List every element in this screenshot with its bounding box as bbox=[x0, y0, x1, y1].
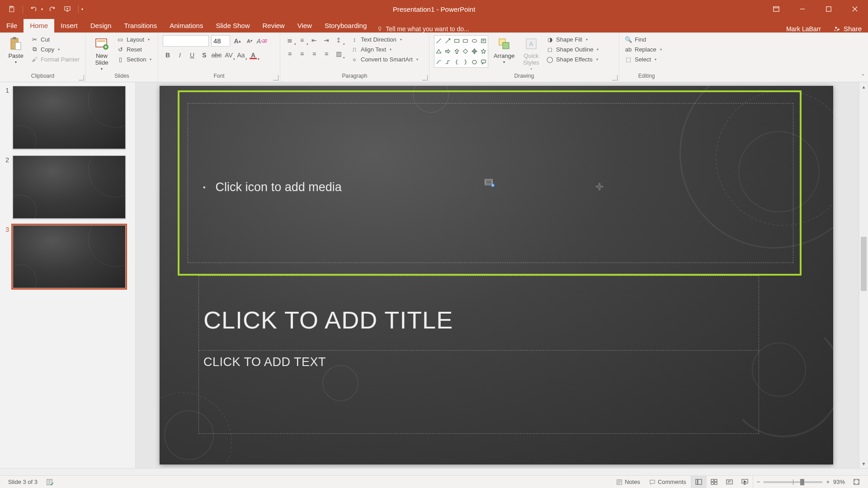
vertical-scrollbar[interactable]: ▲ ▼ bbox=[859, 82, 868, 468]
tab-review[interactable]: Review bbox=[256, 19, 291, 33]
drawing-launcher-icon[interactable] bbox=[612, 75, 618, 80]
insert-media-icon[interactable] bbox=[485, 179, 495, 187]
strikethrough-icon[interactable]: abc bbox=[212, 50, 222, 60]
normal-view-icon[interactable] bbox=[691, 476, 707, 488]
copy-button[interactable]: ⧉Copy▾ bbox=[30, 45, 80, 53]
share-button[interactable]: Share bbox=[827, 25, 868, 33]
align-text-button[interactable]: ⎍Align Text▾ bbox=[350, 45, 419, 53]
tab-home[interactable]: Home bbox=[24, 19, 54, 33]
format-painter-button[interactable]: 🖌Format Painter bbox=[30, 55, 80, 63]
convert-smartart-button[interactable]: ⟐Convert to SmartArt▾ bbox=[350, 55, 419, 63]
zoom-out-button[interactable]: − bbox=[757, 479, 760, 485]
zoom-slider[interactable] bbox=[764, 481, 822, 483]
qat-customize-icon[interactable]: ▾ bbox=[81, 7, 83, 11]
spell-check-icon[interactable] bbox=[42, 476, 58, 488]
arrange-button[interactable]: Arrange▾ bbox=[491, 35, 517, 65]
title-placeholder[interactable]: CLICK TO ADD TITLE CLICK TO ADD TEXT bbox=[198, 276, 759, 434]
shape-star-icon[interactable] bbox=[479, 46, 488, 56]
font-launcher-icon[interactable] bbox=[273, 75, 278, 80]
scroll-up-icon[interactable]: ▲ bbox=[859, 82, 868, 91]
shape-hex-icon[interactable] bbox=[470, 57, 479, 67]
sorter-view-icon[interactable] bbox=[707, 476, 722, 488]
line-spacing-icon[interactable]: ‡▾ bbox=[334, 35, 344, 45]
shape-oval-icon[interactable] bbox=[470, 36, 479, 46]
media-placeholder[interactable]: • Click icon to add media bbox=[178, 90, 802, 276]
shape-triangle-icon[interactable] bbox=[434, 46, 443, 56]
align-center-icon[interactable]: ≡ bbox=[297, 49, 307, 59]
change-case-icon[interactable]: Aa▾ bbox=[236, 50, 246, 60]
increase-font-icon[interactable]: A▴ bbox=[232, 36, 242, 46]
collapse-ribbon-icon[interactable]: ˄ bbox=[862, 74, 864, 80]
bullets-icon[interactable]: ≣▾ bbox=[285, 35, 295, 45]
char-spacing-icon[interactable]: AV▾ bbox=[224, 50, 234, 60]
slide-edit-area[interactable]: • Click icon to add media CLICK TO ADD T… bbox=[136, 82, 868, 468]
signed-in-user[interactable]: Mark LaBarr bbox=[780, 25, 827, 33]
align-right-icon[interactable]: ≡ bbox=[309, 49, 319, 59]
new-slide-button[interactable]: New Slide▾ bbox=[90, 35, 113, 72]
slide-canvas[interactable]: • Click icon to add media CLICK TO ADD T… bbox=[160, 86, 833, 465]
media-prompt-text[interactable]: Click icon to add media bbox=[216, 180, 342, 194]
shape-fill-button[interactable]: ◑Shape Fill▾ bbox=[545, 35, 599, 43]
slideshow-view-icon[interactable] bbox=[737, 476, 753, 488]
reset-button[interactable]: ↺Reset bbox=[116, 45, 152, 53]
font-size-input[interactable] bbox=[211, 35, 230, 47]
tab-design[interactable]: Design bbox=[84, 19, 118, 33]
fit-to-window-icon[interactable] bbox=[849, 476, 864, 488]
tab-transitions[interactable]: Transitions bbox=[118, 19, 163, 33]
save-icon[interactable] bbox=[5, 3, 18, 15]
zoom-slider-thumb[interactable] bbox=[800, 479, 804, 485]
shape-outline-button[interactable]: ◻Shape Outline▾ bbox=[545, 45, 599, 53]
bold-icon[interactable]: B bbox=[163, 50, 173, 60]
minimize-button[interactable] bbox=[789, 0, 816, 18]
section-button[interactable]: ▯Section▾ bbox=[116, 55, 152, 63]
shapes-gallery[interactable] bbox=[434, 35, 488, 68]
shape-rect-icon[interactable] bbox=[452, 36, 461, 46]
decrease-font-icon[interactable]: A▾ bbox=[245, 36, 255, 46]
tab-animations[interactable]: Animations bbox=[163, 19, 209, 33]
reading-view-icon[interactable] bbox=[722, 476, 737, 488]
undo-icon[interactable] bbox=[28, 3, 40, 15]
paragraph-launcher-icon[interactable] bbox=[422, 75, 428, 80]
shape-rarrow-icon[interactable] bbox=[443, 46, 453, 56]
slide-thumb-1[interactable]: 1 bbox=[4, 86, 132, 149]
zoom-in-button[interactable]: + bbox=[826, 479, 830, 485]
undo-dropdown-icon[interactable]: ▾ bbox=[41, 7, 43, 11]
start-slideshow-icon[interactable] bbox=[61, 3, 74, 15]
align-left-icon[interactable]: ≡ bbox=[285, 49, 295, 59]
shape-4arrow-icon[interactable] bbox=[470, 46, 479, 56]
shape-roundrect-icon[interactable] bbox=[461, 36, 470, 46]
quick-styles-button[interactable]: A Quick Styles▾ bbox=[520, 35, 542, 72]
notes-button[interactable]: Notes bbox=[612, 476, 645, 488]
shape-rbrace-icon[interactable] bbox=[461, 57, 470, 67]
numbering-icon[interactable]: ≡▾ bbox=[297, 35, 307, 45]
slide-thumbnail-panel[interactable]: 1 2 3 bbox=[0, 82, 136, 468]
comments-button[interactable]: Comments bbox=[645, 476, 691, 488]
scroll-thumb[interactable] bbox=[861, 237, 867, 291]
shape-textbox-icon[interactable] bbox=[479, 36, 488, 46]
text-direction-button[interactable]: ↕Text Direction▾ bbox=[350, 35, 419, 43]
shape-elbow-icon[interactable] bbox=[443, 57, 453, 67]
close-button[interactable] bbox=[842, 0, 868, 18]
slide-thumb-2[interactable]: 2 bbox=[4, 155, 132, 219]
paste-button[interactable]: Paste ▾ bbox=[5, 35, 27, 65]
clipboard-launcher-icon[interactable] bbox=[79, 75, 84, 80]
title-prompt-text[interactable]: CLICK TO ADD TITLE bbox=[203, 306, 453, 334]
italic-icon[interactable]: I bbox=[175, 50, 185, 60]
tab-slideshow[interactable]: Slide Show bbox=[209, 19, 256, 33]
shape-callout-icon[interactable] bbox=[479, 57, 488, 67]
columns-icon[interactable]: ▥▾ bbox=[334, 49, 344, 59]
shape-arrow-icon[interactable] bbox=[443, 36, 453, 46]
shape-effects-button[interactable]: ◯Shape Effects▾ bbox=[545, 55, 599, 63]
select-button[interactable]: ⬚Select▾ bbox=[624, 55, 663, 63]
horizontal-scroll-area[interactable] bbox=[0, 468, 868, 475]
shape-line-icon[interactable] bbox=[434, 36, 443, 46]
increase-indent-icon[interactable]: ⇥ bbox=[321, 35, 331, 45]
font-color-icon[interactable]: A▾ bbox=[248, 50, 258, 60]
replace-button[interactable]: abReplace▾ bbox=[624, 45, 663, 53]
layout-button[interactable]: ▭Layout▾ bbox=[116, 35, 152, 43]
underline-icon[interactable]: U bbox=[187, 50, 197, 60]
find-button[interactable]: 🔍Find bbox=[624, 35, 663, 43]
ribbon-display-options-icon[interactable] bbox=[763, 0, 789, 18]
zoom-percent[interactable]: 93% bbox=[833, 479, 845, 485]
tell-me-search[interactable]: Tell me what you want to do... bbox=[377, 25, 469, 33]
